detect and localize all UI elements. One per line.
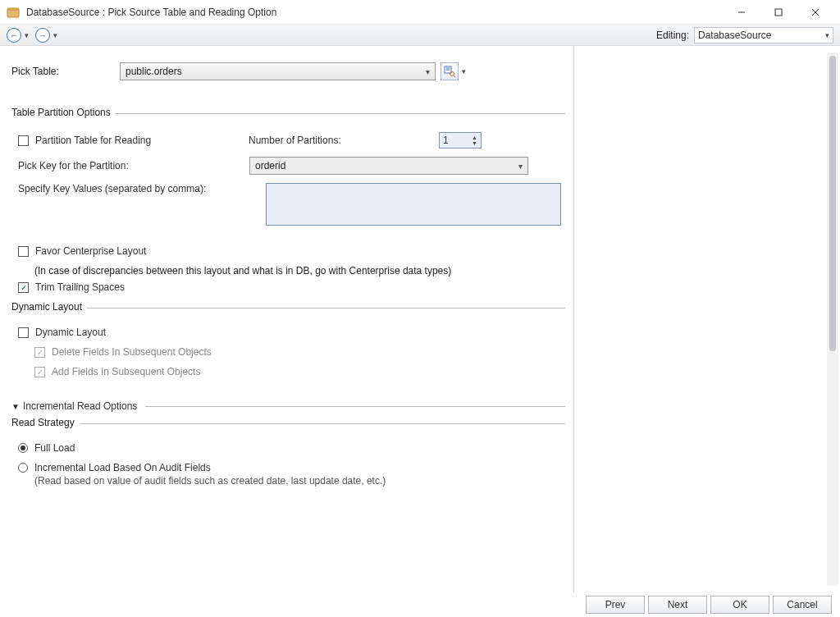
add-fields-checkbox: ✓ <box>34 367 45 377</box>
partition-for-reading-label: Partition Table for Reading <box>35 135 249 146</box>
svg-line-10 <box>454 75 455 77</box>
full-load-radio[interactable] <box>18 443 28 453</box>
chevron-down-icon: ▾ <box>825 31 829 39</box>
collapse-triangle-icon: ▼ <box>11 402 20 411</box>
num-partitions-label: Number of Partitions: <box>249 135 372 146</box>
incremental-header[interactable]: ▼ Incremental Read Options <box>11 400 565 412</box>
delete-fields-label: Delete Fields In Subsequent Objects <box>52 346 212 358</box>
pick-table-row: Pick Table: public.orders ▾ ▾ <box>11 62 565 80</box>
favor-centerprise-checkbox[interactable] <box>18 246 29 257</box>
nav-forward-caret[interactable]: ▾ <box>53 31 57 39</box>
specify-key-values-label: Specify Key Values (separated by comma): <box>18 183 266 194</box>
dynamic-legend: Dynamic Layout <box>11 301 87 313</box>
incremental-load-label: Incremental Load Based On Audit Fields <box>34 462 211 473</box>
minimize-button[interactable] <box>723 0 760 25</box>
pick-table-label: Pick Table: <box>11 66 120 77</box>
chevron-down-icon: ▾ <box>426 67 430 76</box>
dynamic-layout-label: Dynamic Layout <box>35 327 106 338</box>
main-pane: Pick Table: public.orders ▾ ▾ Table Part… <box>0 46 574 592</box>
editing-value: DatabaseSource <box>698 30 771 41</box>
read-strategy-group: Read Strategy Full Load Incremental Load… <box>11 423 565 487</box>
table-browse-button[interactable] <box>441 62 459 80</box>
editing-select[interactable]: DatabaseSource ▾ <box>694 27 833 43</box>
incremental-header-label: Incremental Read Options <box>23 400 142 412</box>
nav-back-caret[interactable]: ▾ <box>25 31 29 39</box>
num-partitions-input[interactable]: 1 ▲▼ <box>439 132 482 149</box>
toolbar: ← ▾ → ▾ Editing: DatabaseSource ▾ <box>0 25 840 46</box>
right-pane <box>574 46 840 592</box>
vertical-scrollbar[interactable] <box>827 53 838 586</box>
pick-key-label: Pick Key for the Partition: <box>18 160 249 171</box>
trim-trailing-label: Trim Trailing Spaces <box>35 281 125 293</box>
spinner-icon[interactable]: ▲▼ <box>472 135 477 146</box>
favor-centerprise-label: Favor Centerprise Layout <box>35 245 146 257</box>
delete-fields-checkbox: ✓ <box>34 347 45 358</box>
incremental-load-radio[interactable] <box>18 463 28 473</box>
ok-button[interactable]: OK <box>710 596 769 614</box>
num-partitions-value: 1 <box>443 135 449 146</box>
table-browse-caret[interactable]: ▾ <box>462 67 466 75</box>
app-icon <box>7 6 20 19</box>
dynamic-layout-group: Dynamic Layout Dynamic Layout ✓ Delete F… <box>11 308 565 377</box>
pick-table-value: public.orders <box>126 66 182 77</box>
key-values-input[interactable] <box>266 183 561 226</box>
scrollbar-thumb[interactable] <box>829 56 836 351</box>
partition-group: Table Partition Options Partition Table … <box>11 113 565 226</box>
nav-back-button[interactable]: ← <box>7 28 21 43</box>
nav-forward-button[interactable]: → <box>35 28 50 43</box>
close-button[interactable] <box>797 0 833 25</box>
window-title: DatabaseSource : Pick Source Table and R… <box>26 7 276 18</box>
svg-rect-3 <box>775 9 782 16</box>
pick-table-select[interactable]: public.orders ▾ <box>120 62 436 80</box>
titlebar: DatabaseSource : Pick Source Table and R… <box>0 0 840 25</box>
maximize-button[interactable] <box>760 0 797 25</box>
incremental-load-help: (Read based on value of audit fields suc… <box>34 475 565 487</box>
favor-centerprise-help: (In case of discrepancies between this l… <box>34 265 565 277</box>
svg-rect-1 <box>7 8 19 11</box>
add-fields-label: Add Fields In Subsequent Objects <box>52 366 200 377</box>
svg-point-9 <box>450 72 454 76</box>
next-button[interactable]: Next <box>648 596 707 614</box>
dynamic-layout-checkbox[interactable] <box>18 327 29 338</box>
footer: Prev Next OK Cancel <box>586 592 840 617</box>
full-load-label: Full Load <box>34 442 75 454</box>
pick-key-value: orderid <box>255 160 285 171</box>
editing-label: Editing: <box>656 30 689 41</box>
prev-button[interactable]: Prev <box>586 596 645 614</box>
chevron-down-icon: ▾ <box>518 162 523 171</box>
partition-for-reading-checkbox[interactable] <box>18 135 29 146</box>
partition-legend: Table Partition Options <box>11 107 116 118</box>
cancel-button[interactable]: Cancel <box>773 596 832 614</box>
read-strategy-legend: Read Strategy <box>11 417 80 428</box>
trim-trailing-checkbox[interactable]: ✓ <box>18 282 29 293</box>
pick-key-select[interactable]: orderid ▾ <box>249 157 528 175</box>
